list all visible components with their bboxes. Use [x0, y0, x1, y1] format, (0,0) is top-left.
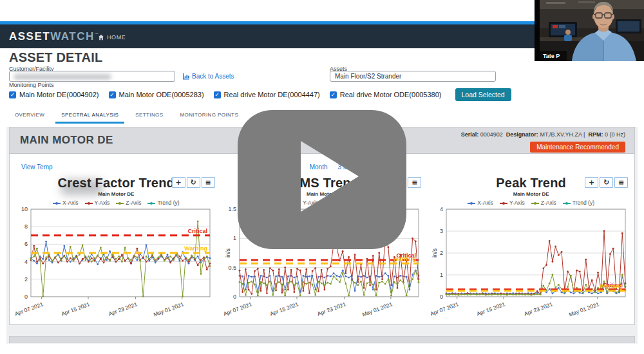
legend-item[interactable]: X-Axis: [468, 200, 493, 206]
maintenance-recommended-button[interactable]: Maintenance Recommended: [530, 142, 625, 153]
checkbox-real-drive-motor-ode[interactable]: ✓Real drive Motor ODE(0005380): [330, 91, 442, 98]
svg-text:6: 6: [24, 241, 28, 247]
brand-watch: WATCH: [50, 30, 95, 42]
chart-subtitle: Main Motor DE: [429, 191, 633, 197]
svg-text:1: 1: [233, 235, 236, 241]
nav-home-link[interactable]: HOME: [98, 34, 126, 41]
checkbox-label: Real drive Motor DE(0004447): [224, 91, 320, 98]
legend-item[interactable]: Y-Axis: [85, 200, 110, 206]
svg-text:May 01 2021: May 01 2021: [153, 301, 185, 317]
reset-zoom-button[interactable]: ↻: [600, 177, 613, 188]
svg-text:3: 3: [440, 228, 443, 234]
svg-text:May 01 2021: May 01 2021: [361, 301, 393, 317]
checkbox-main-motor-ode[interactable]: ✓Main Motor ODE(0005283): [109, 91, 204, 98]
svg-text:in/s: in/s: [225, 248, 231, 258]
tab-overview[interactable]: OVERVIEW: [9, 107, 50, 124]
monitoring-points-label: Monitoring Points: [9, 82, 54, 88]
svg-text:0.5: 0.5: [228, 265, 236, 271]
checkbox-label: Main Motor ODE(0005283): [119, 91, 204, 98]
svg-text:Apr 15 2021: Apr 15 2021: [269, 301, 299, 317]
svg-text:in/s: in/s: [431, 248, 438, 258]
svg-text:Warning: Warning: [185, 245, 208, 252]
webcam-video: Tate P: [540, 0, 644, 61]
video-play-button[interactable]: [238, 110, 406, 249]
tab-monitoring-points[interactable]: MONITORING POINTS: [174, 107, 244, 124]
zoom-in-button[interactable]: +: [585, 177, 598, 188]
svg-text:Warning: Warning: [600, 283, 623, 290]
checkbox-checked-icon: ✓: [330, 91, 337, 98]
svg-text:Apr 07 2021: Apr 07 2021: [15, 301, 44, 317]
checkbox-main-motor-de[interactable]: ✓Main Motor DE(0004902): [9, 91, 99, 98]
chart-legend: X-AxisY-AxisZ-AxisTrend (y): [429, 199, 633, 207]
webcam-name-badge: Tate P: [543, 53, 560, 59]
svg-text:Apr 23 2021: Apr 23 2021: [523, 301, 553, 317]
serial-value: 0004902: [480, 131, 503, 138]
home-icon: [98, 34, 104, 41]
chart-menu-button[interactable]: ≡: [202, 177, 215, 188]
legend-item[interactable]: Y-Axis: [500, 200, 525, 206]
rpm-label: RPM:: [588, 131, 603, 138]
crest-factor-trend-chart: + ↻ ≡ Crest Factor Trend Main Motor DE X…: [12, 176, 220, 326]
chart-plot[interactable]: 0246810CriticalWarningApr 07 2021Apr 15 …: [12, 207, 220, 326]
chart-menu-button[interactable]: ≡: [614, 177, 628, 188]
svg-text:Apr 23 2021: Apr 23 2021: [108, 301, 138, 317]
monitoring-points-row: ✓Main Motor DE(0004902) ✓Main Motor ODE(…: [9, 88, 511, 101]
assets-input[interactable]: [330, 71, 496, 82]
svg-text:8: 8: [24, 223, 28, 230]
svg-text:Apr 15 2021: Apr 15 2021: [475, 301, 506, 317]
rpm-value: 0 (0 Hz): [605, 131, 625, 138]
svg-text:0: 0: [233, 293, 236, 300]
designator-label: Designator:: [506, 131, 538, 138]
load-selected-button[interactable]: Load Selected: [455, 88, 511, 101]
assetwatch-logo: ASSETWATCH™: [9, 30, 99, 43]
page-title: ASSET DETAIL: [9, 50, 102, 65]
svg-text:0: 0: [440, 293, 443, 300]
play-icon: [238, 110, 406, 249]
svg-text:1: 1: [440, 272, 443, 278]
view-temp-link[interactable]: View Temp: [21, 163, 53, 171]
svg-text:4: 4: [440, 207, 443, 212]
svg-text:1.5: 1.5: [228, 207, 236, 212]
checkbox-real-drive-motor-de[interactable]: ✓Real drive Motor DE(0004447): [214, 91, 320, 98]
chart-plot[interactable]: 01234CriticalWarningApr 07 2021Apr 15 20…: [429, 207, 633, 326]
next-panel-header: [9, 336, 635, 343]
checkbox-checked-icon: ✓: [214, 91, 221, 98]
svg-text:Apr 15 2021: Apr 15 2021: [61, 301, 91, 317]
chart-legend: X-AxisY-AxisZ-AxisTrend (y): [12, 199, 220, 207]
svg-text:2: 2: [440, 250, 443, 256]
back-to-assets-icon: [182, 73, 189, 80]
chart-toolbar: + ↻ ≡: [172, 177, 215, 188]
asset-meta: Serial: 0004902 Designator: MT./B.XV.YH.…: [461, 131, 625, 138]
svg-text:May 01 2021: May 01 2021: [568, 301, 600, 317]
svg-text:Critical: Critical: [188, 228, 208, 234]
tab-spectral-analysis[interactable]: SPECTRAL ANALYSIS: [55, 107, 124, 124]
back-to-assets-label: Back to Assets: [192, 73, 234, 80]
reset-zoom-button[interactable]: ↻: [187, 177, 200, 188]
brand-asset: ASSET: [9, 30, 50, 42]
svg-text:2: 2: [24, 276, 28, 283]
chart-toolbar: + ↻ ≡: [585, 177, 628, 188]
legend-item[interactable]: X-Axis: [53, 200, 79, 206]
home-label: HOME: [107, 34, 126, 41]
tab-settings[interactable]: SETTINGS: [129, 107, 169, 124]
chart-subtitle: Main Motor DE: [12, 191, 220, 197]
zoom-in-button[interactable]: +: [172, 177, 185, 188]
legend-item[interactable]: Z-Axis: [116, 200, 141, 206]
back-to-assets-link[interactable]: Back to Assets: [182, 73, 234, 80]
designator-value: MT./B.XV.YH.ZA: [540, 131, 582, 138]
svg-text:Apr 07 2021: Apr 07 2021: [224, 301, 253, 317]
tab-bar: OVERVIEW SPECTRAL ANALYSIS SETTINGS MONI…: [9, 107, 244, 124]
webcam-overlay: Tate P: [535, 0, 644, 61]
serial-label: Serial:: [461, 131, 479, 138]
panel-title: MAIN MOTOR DE: [20, 134, 113, 147]
legend-item[interactable]: Trend (y): [147, 200, 179, 206]
checkbox-label: Real drive Motor ODE(0005380): [340, 91, 442, 98]
checkbox-label: Main Motor DE(0004902): [19, 91, 99, 98]
peak-trend-chart: + ↻ ≡ Peak Trend Main Motor DE X-AxisY-A…: [429, 176, 633, 326]
checkbox-checked-icon: ✓: [9, 91, 16, 98]
legend-item[interactable]: Trend (y): [563, 200, 594, 206]
legend-item[interactable]: Z-Axis: [531, 200, 556, 206]
checkbox-checked-icon: ✓: [109, 91, 116, 98]
chart-menu-button[interactable]: ≡: [408, 177, 421, 188]
meta-separator: |: [583, 131, 585, 138]
